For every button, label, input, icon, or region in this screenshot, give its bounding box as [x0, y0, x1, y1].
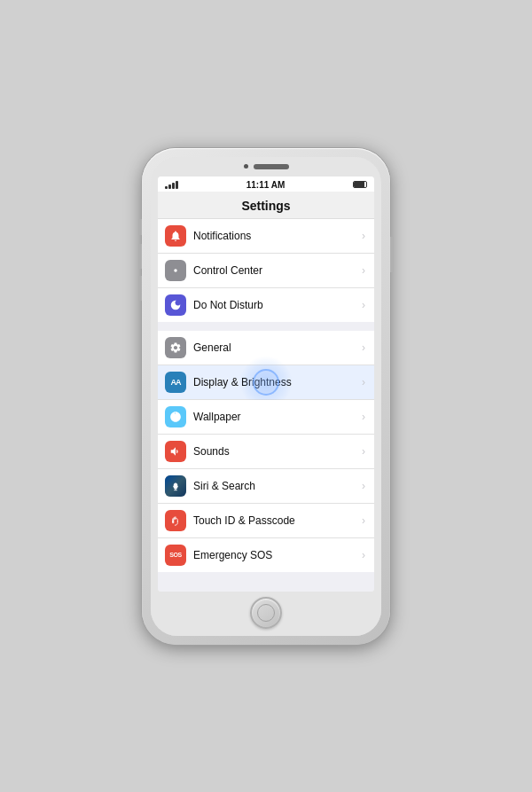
- chevron-icon: ›: [362, 376, 365, 388]
- phone-body: 11:11 AM Settings: [151, 157, 381, 636]
- sos-label: Emergency SOS: [193, 549, 362, 561]
- sounds-label: Sounds: [193, 445, 362, 458]
- settings-group-1: Notifications › Control Center ›: [158, 219, 374, 322]
- home-button-ring: [257, 604, 275, 622]
- phone-frame: 11:11 AM Settings: [142, 148, 390, 645]
- battery-icon: [353, 181, 367, 188]
- sounds-icon: [165, 441, 186, 462]
- bottom-bar: [151, 592, 381, 636]
- chevron-icon: ›: [362, 230, 365, 242]
- chevron-icon: ›: [362, 341, 365, 354]
- top-bar: [151, 157, 381, 176]
- control-center-label: Control Center: [193, 264, 362, 277]
- display-icon: AA: [165, 372, 186, 393]
- settings-item-general[interactable]: General ›: [158, 331, 374, 365]
- chevron-icon: ›: [362, 445, 365, 458]
- settings-item-control-center[interactable]: Control Center ›: [158, 254, 374, 288]
- display-label: Display & Brightness: [193, 376, 362, 388]
- settings-item-touchid[interactable]: Touch ID & Passcode ›: [158, 504, 374, 538]
- general-icon: [165, 337, 186, 358]
- wallpaper-label: Wallpaper: [193, 411, 362, 423]
- status-time: 11:11 AM: [246, 180, 286, 190]
- chevron-icon: ›: [362, 480, 365, 492]
- front-camera: [244, 164, 248, 169]
- settings-item-display[interactable]: AA Display & Brightness ›: [158, 365, 374, 400]
- general-label: General: [193, 341, 362, 354]
- signal-indicator: [165, 181, 178, 189]
- notifications-icon: [165, 225, 186, 247]
- siri-icon: [165, 475, 186, 497]
- settings-item-dnd[interactable]: Do Not Disturb ›: [158, 288, 374, 322]
- settings-item-wallpaper[interactable]: Wallpaper ›: [158, 400, 374, 435]
- chevron-icon: ›: [362, 514, 365, 527]
- settings-item-notifications[interactable]: Notifications ›: [158, 219, 374, 254]
- touchid-icon: [165, 510, 186, 531]
- screen: 11:11 AM Settings: [158, 176, 374, 592]
- settings-item-sos[interactable]: SOS Emergency SOS ›: [158, 538, 374, 572]
- earpiece: [254, 164, 289, 169]
- siri-label: Siri & Search: [193, 480, 362, 492]
- chevron-icon: ›: [362, 411, 365, 423]
- battery-indicator: [353, 181, 367, 188]
- settings-item-sounds[interactable]: Sounds ›: [158, 435, 374, 469]
- svg-point-0: [174, 269, 177, 272]
- control-center-icon: [165, 260, 186, 281]
- notifications-label: Notifications: [193, 230, 362, 242]
- volume-up-button[interactable]: [138, 244, 142, 269]
- chevron-icon: ›: [362, 549, 365, 561]
- status-bar: 11:11 AM: [158, 176, 374, 192]
- touchid-label: Touch ID & Passcode: [193, 514, 362, 527]
- camera-area: [244, 164, 289, 169]
- page-title: Settings: [158, 192, 374, 219]
- sos-icon: SOS: [165, 545, 186, 566]
- dnd-icon: [165, 294, 186, 316]
- chevron-icon: ›: [362, 299, 365, 311]
- home-button[interactable]: [250, 597, 282, 629]
- settings-list[interactable]: Notifications › Control Center ›: [158, 219, 374, 592]
- chevron-icon: ›: [362, 264, 365, 277]
- wallpaper-icon: [165, 406, 186, 427]
- battery-fill: [354, 182, 364, 187]
- dnd-label: Do Not Disturb: [193, 299, 362, 311]
- settings-item-siri[interactable]: Siri & Search ›: [158, 469, 374, 504]
- volume-down-button[interactable]: [138, 276, 142, 301]
- settings-group-2: General › AA Display & Brightness ›: [158, 331, 374, 572]
